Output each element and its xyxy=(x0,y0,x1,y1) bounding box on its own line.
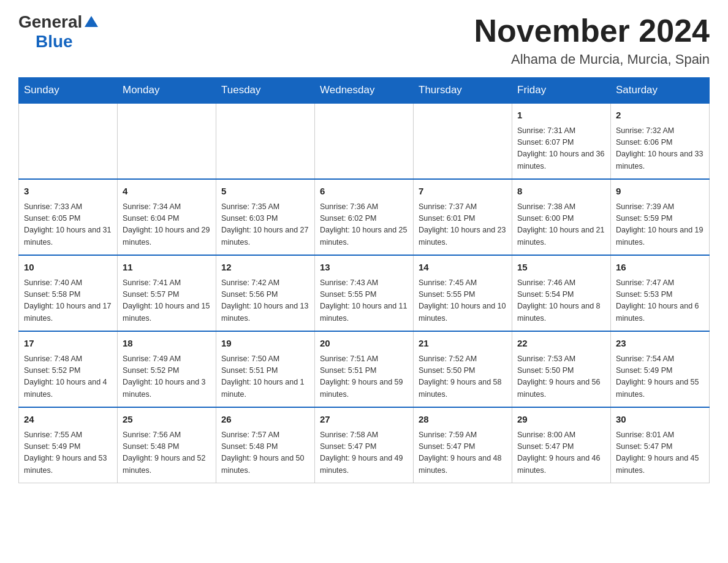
day-number: 13 xyxy=(320,261,408,275)
day-number: 25 xyxy=(123,413,211,427)
day-info: Sunrise: 7:58 AM Sunset: 5:47 PM Dayligh… xyxy=(320,429,408,477)
calendar-cell: 26Sunrise: 7:57 AM Sunset: 5:48 PM Dayli… xyxy=(216,407,315,483)
calendar-cell: 14Sunrise: 7:45 AM Sunset: 5:55 PM Dayli… xyxy=(414,255,512,331)
day-info: Sunrise: 7:54 AM Sunset: 5:49 PM Dayligh… xyxy=(616,353,704,401)
calendar-cell: 17Sunrise: 7:48 AM Sunset: 5:52 PM Dayli… xyxy=(19,331,118,407)
calendar-cell: 30Sunrise: 8:01 AM Sunset: 5:47 PM Dayli… xyxy=(611,407,710,483)
day-number: 17 xyxy=(24,337,112,351)
day-number: 14 xyxy=(419,261,507,275)
day-info: Sunrise: 7:43 AM Sunset: 5:55 PM Dayligh… xyxy=(320,277,408,325)
day-number: 16 xyxy=(616,261,704,275)
weekday-header-friday: Friday xyxy=(512,78,611,104)
calendar-cell xyxy=(118,103,216,179)
calendar-cell: 11Sunrise: 7:41 AM Sunset: 5:57 PM Dayli… xyxy=(118,255,216,331)
month-year-title: November 2024 xyxy=(474,12,710,49)
calendar-cell: 20Sunrise: 7:51 AM Sunset: 5:51 PM Dayli… xyxy=(315,331,414,407)
calendar-cell xyxy=(315,103,414,179)
day-number: 21 xyxy=(419,337,507,351)
day-number: 8 xyxy=(517,185,605,199)
day-number: 10 xyxy=(24,261,112,275)
calendar-cell: 5Sunrise: 7:35 AM Sunset: 6:03 PM Daylig… xyxy=(216,179,315,255)
day-info: Sunrise: 7:31 AM Sunset: 6:07 PM Dayligh… xyxy=(517,125,605,173)
calendar-cell: 21Sunrise: 7:52 AM Sunset: 5:50 PM Dayli… xyxy=(414,331,512,407)
day-info: Sunrise: 7:38 AM Sunset: 6:00 PM Dayligh… xyxy=(517,201,605,249)
weekday-header-sunday: Sunday xyxy=(19,78,118,104)
day-number: 2 xyxy=(616,109,704,123)
day-info: Sunrise: 7:42 AM Sunset: 5:56 PM Dayligh… xyxy=(221,277,309,325)
day-info: Sunrise: 7:57 AM Sunset: 5:48 PM Dayligh… xyxy=(221,429,309,477)
weekday-header-wednesday: Wednesday xyxy=(315,78,414,104)
day-number: 11 xyxy=(123,261,211,275)
day-number: 23 xyxy=(616,337,704,351)
day-info: Sunrise: 7:32 AM Sunset: 6:06 PM Dayligh… xyxy=(616,125,704,173)
day-info: Sunrise: 7:59 AM Sunset: 5:47 PM Dayligh… xyxy=(419,429,507,477)
calendar-cell: 15Sunrise: 7:46 AM Sunset: 5:54 PM Dayli… xyxy=(512,255,611,331)
logo-general-text: General xyxy=(18,12,82,32)
calendar-cell: 23Sunrise: 7:54 AM Sunset: 5:49 PM Dayli… xyxy=(611,331,710,407)
calendar-cell: 6Sunrise: 7:36 AM Sunset: 6:02 PM Daylig… xyxy=(315,179,414,255)
svg-marker-0 xyxy=(85,16,98,27)
logo-blue-text: Blue xyxy=(36,32,73,52)
day-number: 1 xyxy=(517,109,605,123)
day-number: 3 xyxy=(24,185,112,199)
calendar-header-row: SundayMondayTuesdayWednesdayThursdayFrid… xyxy=(19,78,710,104)
calendar-cell: 7Sunrise: 7:37 AM Sunset: 6:01 PM Daylig… xyxy=(414,179,512,255)
calendar-cell xyxy=(414,103,512,179)
day-number: 29 xyxy=(517,413,605,427)
calendar-cell: 1Sunrise: 7:31 AM Sunset: 6:07 PM Daylig… xyxy=(512,103,611,179)
day-info: Sunrise: 7:56 AM Sunset: 5:48 PM Dayligh… xyxy=(123,429,211,477)
day-info: Sunrise: 7:47 AM Sunset: 5:53 PM Dayligh… xyxy=(616,277,704,325)
day-info: Sunrise: 7:34 AM Sunset: 6:04 PM Dayligh… xyxy=(123,201,211,249)
weekday-header-tuesday: Tuesday xyxy=(216,78,315,104)
calendar-cell: 4Sunrise: 7:34 AM Sunset: 6:04 PM Daylig… xyxy=(118,179,216,255)
calendar-cell: 27Sunrise: 7:58 AM Sunset: 5:47 PM Dayli… xyxy=(315,407,414,483)
day-info: Sunrise: 7:45 AM Sunset: 5:55 PM Dayligh… xyxy=(419,277,507,325)
calendar-cell: 9Sunrise: 7:39 AM Sunset: 5:59 PM Daylig… xyxy=(611,179,710,255)
day-info: Sunrise: 7:35 AM Sunset: 6:03 PM Dayligh… xyxy=(221,201,309,249)
day-info: Sunrise: 7:52 AM Sunset: 5:50 PM Dayligh… xyxy=(419,353,507,401)
day-number: 18 xyxy=(123,337,211,351)
day-number: 7 xyxy=(419,185,507,199)
day-info: Sunrise: 7:33 AM Sunset: 6:05 PM Dayligh… xyxy=(24,201,112,249)
calendar-week-row: 10Sunrise: 7:40 AM Sunset: 5:58 PM Dayli… xyxy=(19,255,710,331)
weekday-header-saturday: Saturday xyxy=(611,78,710,104)
day-number: 26 xyxy=(221,413,309,427)
day-info: Sunrise: 7:46 AM Sunset: 5:54 PM Dayligh… xyxy=(517,277,605,325)
day-number: 5 xyxy=(221,185,309,199)
day-number: 28 xyxy=(419,413,507,427)
calendar-cell xyxy=(19,103,118,179)
calendar-cell: 12Sunrise: 7:42 AM Sunset: 5:56 PM Dayli… xyxy=(216,255,315,331)
day-info: Sunrise: 7:51 AM Sunset: 5:51 PM Dayligh… xyxy=(320,353,408,401)
day-info: Sunrise: 7:49 AM Sunset: 5:52 PM Dayligh… xyxy=(123,353,211,401)
day-info: Sunrise: 7:37 AM Sunset: 6:01 PM Dayligh… xyxy=(419,201,507,249)
day-info: Sunrise: 7:55 AM Sunset: 5:49 PM Dayligh… xyxy=(24,429,112,477)
calendar-table: SundayMondayTuesdayWednesdayThursdayFrid… xyxy=(18,77,710,483)
calendar-cell: 22Sunrise: 7:53 AM Sunset: 5:50 PM Dayli… xyxy=(512,331,611,407)
day-number: 30 xyxy=(616,413,704,427)
day-number: 4 xyxy=(123,185,211,199)
day-number: 9 xyxy=(616,185,704,199)
day-info: Sunrise: 7:40 AM Sunset: 5:58 PM Dayligh… xyxy=(24,277,112,325)
calendar-cell: 16Sunrise: 7:47 AM Sunset: 5:53 PM Dayli… xyxy=(611,255,710,331)
calendar-cell: 13Sunrise: 7:43 AM Sunset: 5:55 PM Dayli… xyxy=(315,255,414,331)
calendar-cell: 24Sunrise: 7:55 AM Sunset: 5:49 PM Dayli… xyxy=(19,407,118,483)
title-block: November 2024 Alhama de Murcia, Murcia, … xyxy=(474,12,710,67)
day-info: Sunrise: 7:36 AM Sunset: 6:02 PM Dayligh… xyxy=(320,201,408,249)
calendar-cell: 25Sunrise: 7:56 AM Sunset: 5:48 PM Dayli… xyxy=(118,407,216,483)
day-number: 24 xyxy=(24,413,112,427)
location-subtitle: Alhama de Murcia, Murcia, Spain xyxy=(474,52,710,67)
logo: General Blue xyxy=(18,12,98,52)
day-info: Sunrise: 7:50 AM Sunset: 5:51 PM Dayligh… xyxy=(221,353,309,401)
day-number: 27 xyxy=(320,413,408,427)
calendar-cell: 19Sunrise: 7:50 AM Sunset: 5:51 PM Dayli… xyxy=(216,331,315,407)
calendar-cell: 3Sunrise: 7:33 AM Sunset: 6:05 PM Daylig… xyxy=(19,179,118,255)
day-info: Sunrise: 8:00 AM Sunset: 5:47 PM Dayligh… xyxy=(517,429,605,477)
day-info: Sunrise: 7:48 AM Sunset: 5:52 PM Dayligh… xyxy=(24,353,112,401)
calendar-week-row: 3Sunrise: 7:33 AM Sunset: 6:05 PM Daylig… xyxy=(19,179,710,255)
logo-arrow-icon xyxy=(85,16,98,29)
day-number: 12 xyxy=(221,261,309,275)
day-info: Sunrise: 7:39 AM Sunset: 5:59 PM Dayligh… xyxy=(616,201,704,249)
calendar-week-row: 17Sunrise: 7:48 AM Sunset: 5:52 PM Dayli… xyxy=(19,331,710,407)
calendar-cell xyxy=(216,103,315,179)
page-header: General Blue November 2024 Alhama de Mur… xyxy=(18,12,710,67)
